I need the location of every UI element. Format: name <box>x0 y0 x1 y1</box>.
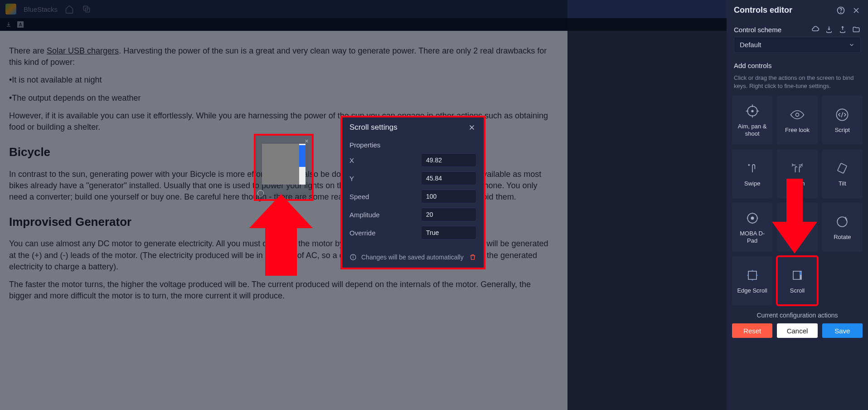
scheme-section: Control scheme Default <box>727 20 868 57</box>
chevron-down-icon <box>849 42 855 48</box>
tile-script[interactable]: Script <box>822 96 863 145</box>
app-logo <box>5 4 16 15</box>
svg-rect-35 <box>800 272 801 275</box>
link-solar-usb[interactable]: Solar USB chargers <box>47 46 119 55</box>
tile-tilt[interactable]: Tilt <box>822 149 863 198</box>
widget-close-icon[interactable]: ✕ <box>304 138 309 144</box>
tilt-icon <box>834 160 850 176</box>
import-icon[interactable] <box>824 25 834 34</box>
prop-row-amplitude: Amplitude <box>349 208 476 221</box>
scheme-value: Default <box>740 41 761 49</box>
bullet: •It is not available at night <box>9 74 553 86</box>
scheme-icons <box>811 25 861 34</box>
scroll-thumb[interactable] <box>299 145 305 167</box>
app-title: BlueStacks <box>24 5 58 13</box>
sidebar-footer: Reset Cancel Save <box>727 323 868 344</box>
tile-edge-scroll[interactable]: Edge Scroll <box>732 256 772 305</box>
prop-label: Y <box>349 175 354 182</box>
controls-editor-sidebar: Controls editor Control scheme Default A… <box>727 0 868 410</box>
svg-point-15 <box>353 256 354 256</box>
home-icon[interactable] <box>65 5 74 14</box>
scheme-select[interactable]: Default <box>734 37 861 53</box>
scroll-widget-canvas[interactable] <box>262 144 305 185</box>
prop-row-y: Y <box>349 171 476 185</box>
paragraph: The faster the motor turns, the higher t… <box>9 279 553 302</box>
tile-zoom[interactable]: Zoom <box>777 149 817 198</box>
prop-label: Override <box>349 229 376 237</box>
save-button[interactable]: Save <box>822 323 863 338</box>
prop-input-speed[interactable] <box>421 190 476 203</box>
help-icon[interactable] <box>836 6 845 15</box>
svg-point-30 <box>751 217 753 219</box>
statusbar-left: A <box>5 21 24 28</box>
cloud-icon[interactable] <box>811 25 820 34</box>
bullet: •The output depends on the weather <box>9 93 553 104</box>
download-icon[interactable] <box>5 21 12 28</box>
edge-scroll-icon <box>744 267 761 283</box>
modal-title: Scroll settings <box>349 123 398 132</box>
paragraph: There are Solar USB chargers. Harvesting… <box>9 45 553 68</box>
svg-rect-28 <box>838 163 847 173</box>
eye-icon <box>789 107 805 123</box>
folder-icon[interactable] <box>852 25 861 34</box>
export-icon[interactable] <box>838 25 847 34</box>
code-icon <box>834 107 850 123</box>
prop-input-amplitude[interactable] <box>421 208 476 221</box>
prop-row-x: X <box>349 153 476 167</box>
modal-header: Scroll settings <box>342 117 484 137</box>
scheme-label: Control scheme <box>734 26 806 34</box>
prop-row-speed: Speed <box>349 190 476 203</box>
svg-point-21 <box>752 110 753 112</box>
resize-handle-icon[interactable] <box>257 190 264 196</box>
tile-hidden[interactable] <box>777 203 817 252</box>
reset-button[interactable]: Reset <box>732 323 772 338</box>
prop-label: Amplitude <box>349 211 380 219</box>
zoom-icon <box>789 160 805 176</box>
add-controls-title: Add controls <box>734 62 861 69</box>
properties-heading: Properties <box>349 141 476 149</box>
config-hint: Current configuration actions <box>727 305 868 323</box>
prop-input-y[interactable] <box>421 171 476 185</box>
scroll-control-widget[interactable]: ✕ <box>254 134 314 201</box>
cancel-button[interactable]: Cancel <box>777 323 817 338</box>
trash-icon[interactable] <box>469 253 476 261</box>
sidebar-header: Controls editor <box>727 0 868 20</box>
prop-input-override[interactable] <box>421 226 476 239</box>
info-icon <box>349 254 357 261</box>
add-controls-hint: Click or drag the actions on the screen … <box>734 74 861 90</box>
tile-scroll[interactable]: Scroll <box>777 256 817 305</box>
modal-close-icon[interactable] <box>467 123 476 132</box>
sidebar-header-icons <box>836 6 861 15</box>
dpad-icon <box>744 210 761 226</box>
sidebar-title: Controls editor <box>734 5 792 15</box>
swipe-icon <box>744 160 761 176</box>
autosave-note: Changes will be saved automatically <box>361 254 464 261</box>
tile-free-look[interactable]: Free look <box>777 96 817 145</box>
text-icon[interactable]: A <box>17 21 24 28</box>
prop-input-x[interactable] <box>421 153 476 167</box>
scroll-icon <box>789 267 805 283</box>
crosshair-icon <box>744 103 761 119</box>
scroll-settings-modal: Scroll settings Properties X Y Speed Amp… <box>340 116 485 269</box>
rotate-icon <box>834 214 850 230</box>
modal-body: Properties X Y Speed Amplitude Override <box>342 137 484 250</box>
svg-rect-32 <box>748 271 756 279</box>
titlebar-left-icons <box>65 5 91 14</box>
svg-point-17 <box>841 12 841 12</box>
copy-icon[interactable] <box>82 5 91 14</box>
prop-label: Speed <box>349 193 369 200</box>
scroll-track[interactable] <box>299 144 305 185</box>
modal-footer: Changes will be saved automatically <box>342 250 484 268</box>
controls-grid: Aim, pan & shoot Free look Script Swipe … <box>727 96 868 305</box>
add-controls-section: Add controls Click or drag the actions o… <box>727 57 868 96</box>
close-icon[interactable] <box>852 6 861 15</box>
tile-rotate[interactable]: Rotate <box>822 203 863 252</box>
placeholder-icon <box>789 217 805 234</box>
svg-point-26 <box>795 113 799 117</box>
tile-aim-pan-shoot[interactable]: Aim, pan & shoot <box>732 96 772 145</box>
tile-swipe[interactable]: Swipe <box>732 149 772 198</box>
prop-label: X <box>349 156 354 164</box>
tile-moba-dpad[interactable]: MOBA D-Pad <box>732 203 772 252</box>
prop-row-override: Override <box>349 226 476 239</box>
